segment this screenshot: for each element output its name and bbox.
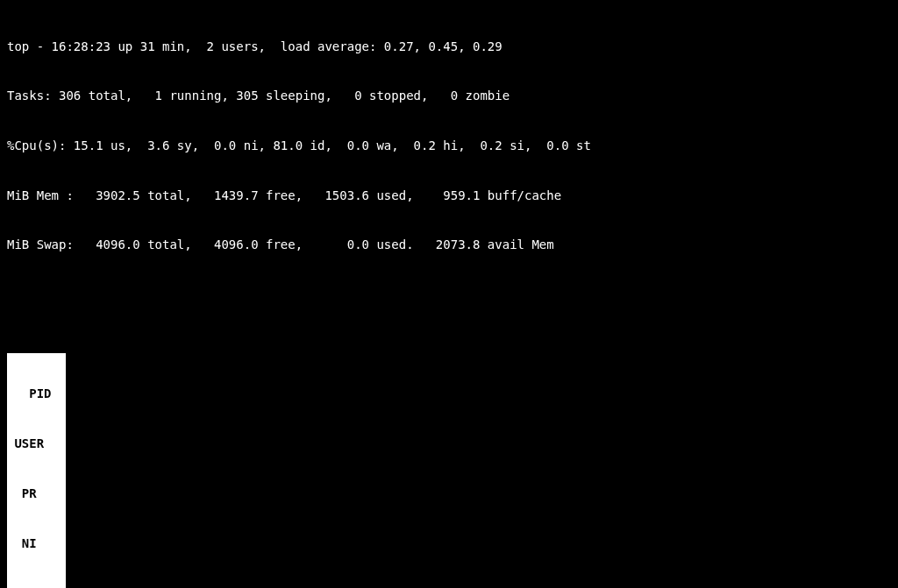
- summary-blank: [7, 287, 891, 303]
- col-header-virt[interactable]: VIRT: [7, 584, 66, 588]
- process-table: PID USER PR NI VIRT RES SHR S %CPU %MEM …: [7, 353, 724, 588]
- terminal-output[interactable]: top - 16:28:23 up 31 min, 2 users, load …: [0, 0, 898, 588]
- summary-mem: MiB Mem : 3902.5 total, 1439.7 free, 150…: [7, 188, 891, 204]
- col-header-user[interactable]: USER: [7, 436, 66, 452]
- table-header-row: PID USER PR NI VIRT RES SHR S %CPU %MEM …: [7, 353, 66, 588]
- col-header-pr[interactable]: PR: [7, 485, 37, 502]
- summary-uptime: top - 16:28:23 up 31 min, 2 users, load …: [7, 39, 891, 55]
- col-header-ni[interactable]: NI: [7, 535, 37, 552]
- summary-tasks: Tasks: 306 total, 1 running, 305 sleepin…: [7, 88, 891, 104]
- col-header-pid[interactable]: PID: [7, 386, 52, 402]
- summary-cpu: %Cpu(s): 15.1 us, 3.6 sy, 0.0 ni, 81.0 i…: [7, 138, 891, 154]
- summary-swap: MiB Swap: 4096.0 total, 4096.0 free, 0.0…: [7, 237, 891, 253]
